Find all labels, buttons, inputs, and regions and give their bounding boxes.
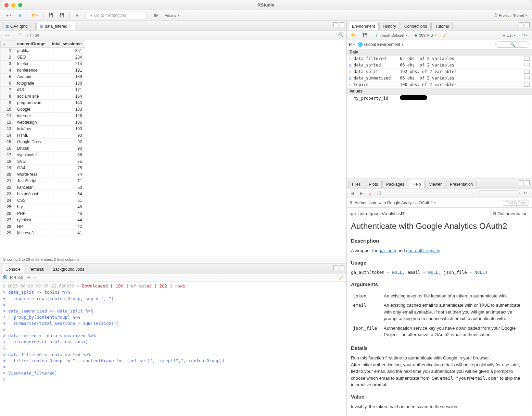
console-tab[interactable]: Console bbox=[2, 265, 24, 273]
column-header[interactable]: total_sessions ▴ bbox=[49, 40, 85, 48]
search-icon[interactable]: 🔍 bbox=[338, 32, 344, 38]
help-topic-dropdown[interactable]: R: Authenticate with Google Analytics OA… bbox=[350, 200, 436, 205]
env-tab[interactable]: Environment bbox=[348, 22, 379, 30]
expand-icon[interactable]: ◎ bbox=[349, 76, 354, 81]
table-row[interactable]: 18SVG76 bbox=[1, 158, 85, 165]
env-tab[interactable]: Tutorial bbox=[431, 22, 453, 30]
help-tab[interactable]: Presentation bbox=[446, 180, 477, 188]
table-row[interactable]: 22kancelář60 bbox=[1, 184, 85, 191]
table-row[interactable]: 15Google Docs92 bbox=[1, 139, 85, 145]
table-row[interactable]: 6fotografie180 bbox=[1, 80, 85, 87]
help-tab[interactable]: Viewer bbox=[425, 180, 445, 188]
gar-auth-link[interactable]: gar_auth bbox=[379, 248, 396, 253]
clear-objects-icon[interactable]: 🧹 bbox=[441, 32, 450, 39]
close-tab-icon[interactable]: × bbox=[29, 24, 32, 29]
help-tab[interactable]: Packages bbox=[382, 180, 408, 188]
new-project-button[interactable]: ◳ bbox=[15, 12, 23, 19]
table-row[interactable]: 16Drupal90 bbox=[1, 145, 85, 152]
table-row[interactable]: 29Microsoft41 bbox=[1, 230, 85, 236]
minimize-pane-icon[interactable] bbox=[333, 265, 338, 270]
help-tab[interactable]: Files bbox=[348, 180, 364, 188]
table-row[interactable]: 26PHP46 bbox=[1, 210, 85, 217]
env-tab[interactable]: History bbox=[379, 22, 400, 30]
table-row[interactable]: 17vypalování86 bbox=[1, 152, 85, 158]
expand-icon[interactable]: ◎ bbox=[349, 82, 354, 87]
print-button[interactable]: 🖨 bbox=[73, 12, 81, 19]
filter-button[interactable]: ⑂ Filter bbox=[26, 33, 39, 38]
table-row[interactable]: 1grafika351 bbox=[1, 48, 85, 54]
save-button[interactable]: 💾 bbox=[46, 12, 56, 19]
clear-console-icon[interactable]: 🧹 bbox=[339, 275, 344, 280]
table-row[interactable]: 9programování140 bbox=[1, 100, 85, 106]
load-workspace-icon[interactable]: 📂 bbox=[349, 32, 358, 39]
minimize-pane-icon[interactable] bbox=[519, 180, 523, 185]
view-data-icon[interactable] bbox=[524, 57, 530, 61]
maximize-pane-icon[interactable] bbox=[340, 22, 344, 27]
view-data-icon[interactable] bbox=[524, 63, 530, 67]
help-forward-icon[interactable]: ▶ bbox=[358, 191, 365, 196]
table-row[interactable]: 13tiskárny103 bbox=[1, 126, 85, 132]
table-row[interactable]: 7iOS171 bbox=[1, 87, 85, 93]
maximize-pane-icon[interactable] bbox=[340, 265, 344, 270]
help-content[interactable]: ga_auth {googleAnalyticsR} R Documentati… bbox=[347, 208, 532, 416]
maximize-pane-icon[interactable] bbox=[525, 22, 530, 27]
table-row[interactable]: 5Android189 bbox=[1, 74, 85, 80]
list-view-menu[interactable]: ≡List▾ bbox=[501, 32, 518, 39]
help-search-input[interactable] bbox=[479, 190, 520, 196]
table-row[interactable]: 25hry48 bbox=[1, 204, 85, 210]
table-row[interactable]: 2SEO234 bbox=[1, 54, 85, 61]
env-data-row[interactable]: ◎data_summarized66 obs. of 2 variables bbox=[347, 75, 532, 82]
new-file-button[interactable]: ＋▾ bbox=[2, 12, 14, 19]
console-output[interactable]: ℹ 2023-06-06 09:07:22.620659 > Downloade… bbox=[0, 282, 346, 416]
grid-button[interactable]: ▦▾ bbox=[151, 12, 161, 19]
help-tab[interactable]: Plots bbox=[365, 180, 382, 188]
table-row[interactable]: 20WordPress74 bbox=[1, 171, 85, 178]
expand-icon[interactable]: ◎ bbox=[349, 56, 354, 61]
import-dataset-menu[interactable]: ⭳Import Dataset▾ bbox=[372, 32, 410, 39]
save-all-button[interactable]: 💾 bbox=[57, 12, 67, 19]
table-row[interactable]: 10Google133 bbox=[1, 106, 85, 113]
source-tab[interactable]: ▦data_filtered× bbox=[36, 22, 75, 30]
table-row[interactable]: 27rychlost44 bbox=[1, 217, 85, 223]
find-in-topic-input[interactable]: Find in Topic bbox=[503, 200, 529, 206]
table-row[interactable]: 28HP42 bbox=[1, 223, 85, 230]
help-back-icon[interactable]: ◀ bbox=[349, 191, 356, 196]
env-data-row[interactable]: ◎data_sorted66 obs. of 2 variables bbox=[347, 62, 532, 69]
console-tab[interactable]: Terminal bbox=[25, 265, 48, 273]
table-row[interactable]: 24CSS51 bbox=[1, 197, 85, 204]
view-data-icon[interactable] bbox=[524, 70, 530, 74]
table-row[interactable]: 23bezpečnost54 bbox=[1, 191, 85, 197]
help-refresh-icon[interactable]: ⟳ bbox=[522, 189, 530, 197]
env-tab[interactable]: Connections bbox=[401, 22, 431, 30]
project-menu[interactable]: ⓇProject: (None)▾ bbox=[491, 12, 530, 19]
minimize-pane-icon[interactable] bbox=[333, 22, 338, 27]
table-row[interactable]: 12webdesign106 bbox=[1, 119, 85, 126]
refresh-icon[interactable]: ⟳▾ bbox=[520, 32, 530, 39]
data-viewer[interactable]: ▴contentGroup ▴total_sessions ▴1grafika3… bbox=[0, 40, 346, 256]
save-workspace-icon[interactable]: 💾 bbox=[360, 32, 370, 39]
env-data-row[interactable]: ◎topics100 obs. of 2 variables bbox=[347, 82, 532, 88]
maximize-pane-icon[interactable] bbox=[525, 180, 530, 185]
help-popout-icon[interactable]: ❐ bbox=[376, 191, 382, 196]
table-row[interactable]: 11internet126 bbox=[1, 113, 85, 119]
table-row[interactable]: 19GA475 bbox=[1, 165, 85, 171]
source-tab[interactable]: ▦GA4.qmd× bbox=[2, 22, 36, 30]
table-row[interactable]: 4konference191 bbox=[1, 67, 85, 74]
open-file-button[interactable]: 📂▾ bbox=[29, 12, 40, 19]
table-row[interactable]: 3telefon214 bbox=[1, 61, 85, 67]
env-data-row[interactable]: ◎data_filtered62 obs. of 2 variables bbox=[347, 56, 532, 62]
env-search-input[interactable]: 🔍 bbox=[495, 41, 530, 48]
close-tab-icon[interactable]: × bbox=[69, 24, 72, 29]
column-header[interactable]: contentGroup ▴ bbox=[14, 40, 49, 48]
view-data-icon[interactable] bbox=[524, 83, 530, 87]
show-in-new-window-icon[interactable]: ❐ bbox=[15, 32, 24, 39]
table-row[interactable]: 21JavaScript71 bbox=[1, 178, 85, 184]
console-tab[interactable]: Background Jobs bbox=[49, 265, 88, 273]
gar-auth-service-link[interactable]: gar_auth_service bbox=[406, 248, 440, 253]
scope-menu[interactable]: 🌐Global Environment▾ bbox=[358, 42, 403, 47]
expand-icon[interactable]: ◎ bbox=[349, 69, 354, 74]
back-icon[interactable]: ⟸ bbox=[2, 32, 13, 39]
view-data-icon[interactable] bbox=[524, 76, 530, 80]
expand-icon[interactable]: ◎ bbox=[349, 63, 354, 68]
table-row[interactable]: 14HTML93 bbox=[1, 132, 85, 139]
